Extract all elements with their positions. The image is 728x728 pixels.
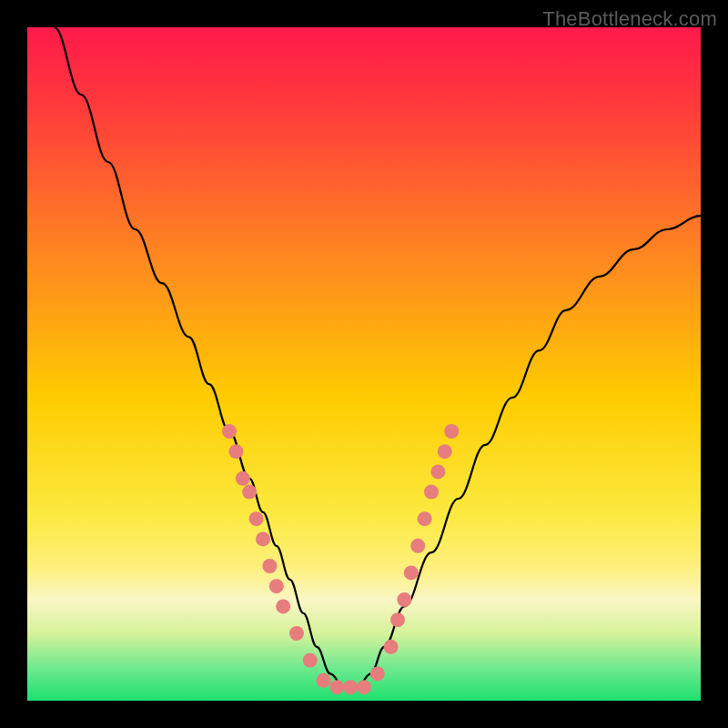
data-point xyxy=(262,559,277,573)
chart-container: TheBottleneck.com xyxy=(0,0,728,728)
data-point xyxy=(303,653,318,668)
data-point xyxy=(242,485,257,500)
data-point xyxy=(357,680,371,694)
data-point xyxy=(444,424,459,439)
data-point xyxy=(256,531,270,546)
data-point xyxy=(343,680,358,694)
data-point xyxy=(424,485,439,500)
curve-layer xyxy=(27,27,701,701)
data-point xyxy=(384,640,399,654)
data-points xyxy=(222,424,459,694)
watermark-text: TheBottleneck.com xyxy=(542,7,717,31)
data-point xyxy=(317,673,331,688)
data-point xyxy=(418,511,432,526)
data-point xyxy=(269,579,284,593)
data-point xyxy=(430,464,445,479)
data-point xyxy=(404,565,419,580)
bottleneck-curve xyxy=(55,27,701,687)
data-point xyxy=(397,592,411,607)
data-point xyxy=(410,539,425,553)
data-point xyxy=(236,471,250,486)
data-point xyxy=(370,666,385,681)
data-point xyxy=(222,424,237,439)
data-point xyxy=(329,680,344,694)
data-point xyxy=(228,444,243,459)
data-point xyxy=(289,626,304,641)
data-point xyxy=(276,599,290,613)
data-point xyxy=(438,444,452,459)
plot-area xyxy=(27,27,701,701)
data-point xyxy=(390,612,405,627)
data-point xyxy=(249,511,264,526)
